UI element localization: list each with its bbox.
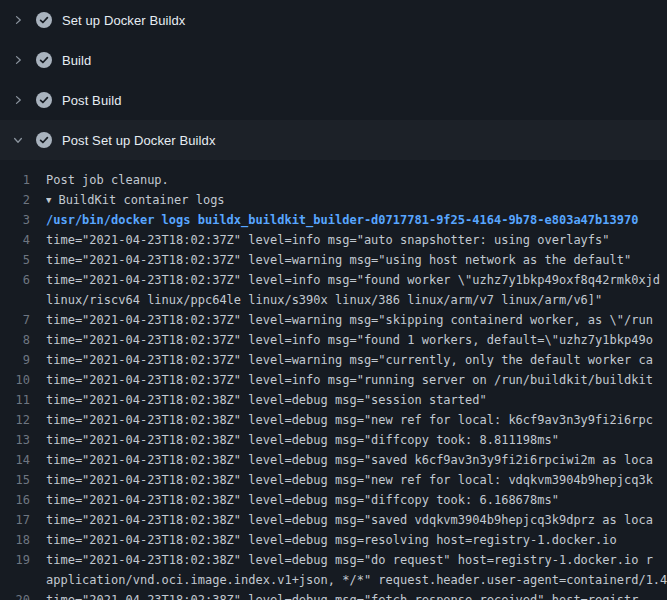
log-viewer: 1Post job cleanup.2▼BuildKit container l…: [0, 160, 667, 600]
line-number[interactable]: 17: [0, 510, 46, 530]
line-number[interactable]: 11: [0, 390, 46, 410]
log-text: time="2021-04-23T18:02:38Z" level=debug …: [46, 430, 667, 450]
log-line: 17time="2021-04-23T18:02:38Z" level=debu…: [0, 510, 667, 530]
status-check-circle-icon: [36, 132, 52, 148]
log-line: 10time="2021-04-23T18:02:37Z" level=info…: [0, 370, 667, 390]
log-line: 13time="2021-04-23T18:02:38Z" level=debu…: [0, 430, 667, 450]
line-number[interactable]: 2: [0, 190, 46, 210]
log-line: 12time="2021-04-23T18:02:38Z" level=debu…: [0, 410, 667, 430]
log-text: time="2021-04-23T18:02:38Z" level=debug …: [46, 390, 667, 410]
log-text: time="2021-04-23T18:02:37Z" level=info m…: [46, 270, 667, 290]
log-line: 14time="2021-04-23T18:02:38Z" level=debu…: [0, 450, 667, 470]
log-line: 20time="2021-04-23T18:02:38Z" level=debu…: [0, 590, 667, 600]
log-text: application/vnd.oci.image.index.v1+json,…: [46, 570, 667, 590]
log-line: 7time="2021-04-23T18:02:37Z" level=warni…: [0, 310, 667, 330]
log-text: time="2021-04-23T18:02:38Z" level=debug …: [46, 490, 667, 510]
log-text: time="2021-04-23T18:02:38Z" level=debug …: [46, 450, 667, 470]
line-number[interactable]: 20: [0, 590, 46, 600]
line-number[interactable]: 14: [0, 450, 46, 470]
line-number[interactable]: 16: [0, 490, 46, 510]
log-line: 5time="2021-04-23T18:02:37Z" level=warni…: [0, 250, 667, 270]
line-number[interactable]: 12: [0, 410, 46, 430]
line-number[interactable]: 19: [0, 550, 46, 570]
log-text: time="2021-04-23T18:02:37Z" level=info m…: [46, 370, 667, 390]
line-number[interactable]: 15: [0, 470, 46, 490]
chevron-right-icon: [12, 94, 24, 106]
log-line: 6time="2021-04-23T18:02:37Z" level=info …: [0, 270, 667, 290]
log-line: 3/usr/bin/docker logs buildx_buildkit_bu…: [0, 210, 667, 230]
log-line: 18time="2021-04-23T18:02:38Z" level=debu…: [0, 530, 667, 550]
line-number[interactable]: 8: [0, 330, 46, 350]
line-number[interactable]: 10: [0, 370, 46, 390]
log-text: time="2021-04-23T18:02:37Z" level=warnin…: [46, 250, 667, 270]
log-line: 9time="2021-04-23T18:02:37Z" level=warni…: [0, 350, 667, 370]
log-text: time="2021-04-23T18:02:37Z" level=info m…: [46, 330, 667, 350]
status-check-circle-icon: [36, 12, 52, 28]
line-number[interactable]: 3: [0, 210, 46, 230]
line-number[interactable]: 1: [0, 170, 46, 190]
line-number: [0, 290, 46, 310]
log-line: 19time="2021-04-23T18:02:38Z" level=debu…: [0, 550, 667, 570]
line-number[interactable]: 18: [0, 530, 46, 550]
section-header-post-build[interactable]: Post Build: [0, 80, 667, 120]
step-title: Build: [62, 53, 91, 68]
log-group-title[interactable]: ▼BuildKit container logs: [46, 190, 667, 210]
log-line: 15time="2021-04-23T18:02:38Z" level=debu…: [0, 470, 667, 490]
step-title: Set up Docker Buildx: [62, 13, 185, 28]
status-check-circle-icon: [36, 92, 52, 108]
log-text: time="2021-04-23T18:02:38Z" level=debug …: [46, 470, 667, 490]
line-number[interactable]: 4: [0, 230, 46, 250]
log-text: time="2021-04-23T18:02:38Z" level=debug …: [46, 410, 667, 430]
line-number[interactable]: 7: [0, 310, 46, 330]
log-line: 8time="2021-04-23T18:02:37Z" level=info …: [0, 330, 667, 350]
chevron-down-icon: [12, 134, 24, 146]
section-header-post-set-up-docker-buildx[interactable]: Post Set up Docker Buildx: [0, 120, 667, 160]
log-line-continuation: application/vnd.oci.image.index.v1+json,…: [0, 570, 667, 590]
log-text: time="2021-04-23T18:02:38Z" level=debug …: [46, 550, 667, 570]
log-text: time="2021-04-23T18:02:37Z" level=warnin…: [46, 310, 667, 330]
log-line: 1Post job cleanup.: [0, 170, 667, 190]
log-text: time="2021-04-23T18:02:38Z" level=debug …: [46, 590, 667, 600]
log-group-caret-icon[interactable]: ▼: [46, 190, 51, 210]
chevron-right-icon: [12, 54, 24, 66]
line-number[interactable]: 9: [0, 350, 46, 370]
line-number[interactable]: 13: [0, 430, 46, 450]
log-text: time="2021-04-23T18:02:37Z" level=warnin…: [46, 350, 667, 370]
section-header-build[interactable]: Build: [0, 40, 667, 80]
log-text: linux/riscv64 linux/ppc64le linux/s390x …: [46, 290, 667, 310]
log-command-text: /usr/bin/docker logs buildx_buildkit_bui…: [46, 210, 667, 230]
line-number: [0, 570, 46, 590]
line-number[interactable]: 5: [0, 250, 46, 270]
log-text: Post job cleanup.: [46, 170, 667, 190]
status-check-circle-icon: [36, 52, 52, 68]
log-text: time="2021-04-23T18:02:37Z" level=info m…: [46, 230, 667, 250]
section-header-set-up-docker-buildx[interactable]: Set up Docker Buildx: [0, 0, 667, 40]
log-line: 2▼BuildKit container logs: [0, 190, 667, 210]
log-text: time="2021-04-23T18:02:38Z" level=debug …: [46, 510, 667, 530]
step-title: Post Build: [62, 93, 122, 108]
log-line: 16time="2021-04-23T18:02:38Z" level=debu…: [0, 490, 667, 510]
workflow-steps-list: Set up Docker BuildxBuildPost BuildPost …: [0, 0, 667, 160]
log-line: 11time="2021-04-23T18:02:38Z" level=debu…: [0, 390, 667, 410]
line-number[interactable]: 6: [0, 270, 46, 290]
log-line-continuation: linux/riscv64 linux/ppc64le linux/s390x …: [0, 290, 667, 310]
chevron-right-icon: [12, 14, 24, 26]
step-title: Post Set up Docker Buildx: [62, 133, 216, 148]
log-line: 4time="2021-04-23T18:02:37Z" level=info …: [0, 230, 667, 250]
log-group-title-text: BuildKit container logs: [58, 193, 224, 207]
log-text: time="2021-04-23T18:02:38Z" level=debug …: [46, 530, 667, 550]
